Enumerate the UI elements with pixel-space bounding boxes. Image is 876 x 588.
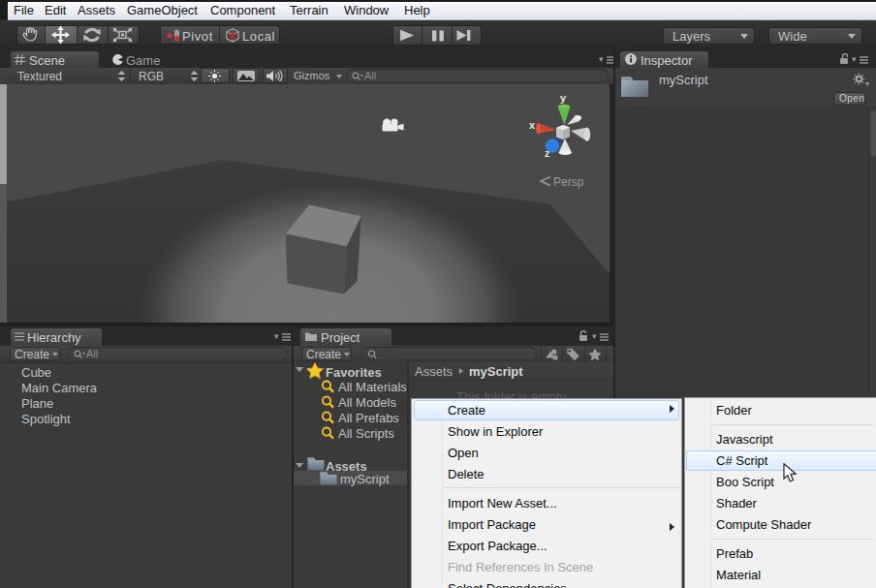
svg-text:x: x — [529, 119, 536, 131]
svg-text:Persp: Persp — [553, 175, 584, 189]
svg-text:y: y — [560, 92, 567, 104]
